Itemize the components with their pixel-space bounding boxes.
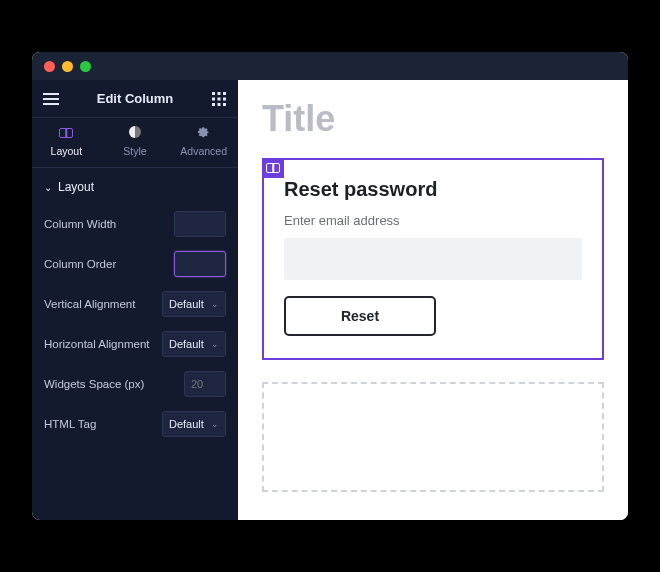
tab-label: Style [123,145,146,157]
svg-rect-1 [218,92,221,95]
form-label: Enter email address [284,213,582,228]
svg-rect-8 [223,103,226,106]
section-layout-header[interactable]: ⌄ Layout [32,168,238,204]
minimize-window-button[interactable] [62,61,73,72]
column-edit-handle[interactable] [262,158,284,178]
svg-rect-6 [212,103,215,106]
field-html-tag: HTML Tag Default ⌄ [32,404,238,444]
widgets-space-input[interactable] [184,371,226,397]
field-widgets-space: Widgets Space (px) [32,364,238,404]
horizontal-alignment-select[interactable]: Default ⌄ [162,331,226,357]
svg-rect-7 [218,103,221,106]
html-tag-select[interactable]: Default ⌄ [162,411,226,437]
app-body: Edit Column Layout Style [32,80,628,520]
chevron-down-icon: ⌄ [211,419,219,429]
column-order-input[interactable] [174,251,226,277]
field-label: Vertical Alignment [44,298,135,310]
select-value: Default [169,418,204,430]
select-value: Default [169,338,204,350]
field-column-order: Column Order [32,244,238,284]
panel-title: Edit Column [60,91,210,106]
tab-label: Advanced [180,145,227,157]
window-titlebar [32,52,628,80]
editor-panel: Edit Column Layout Style [32,80,238,520]
maximize-window-button[interactable] [80,61,91,72]
field-label: Widgets Space (px) [44,378,144,390]
layout-icon [32,124,101,138]
widgets-grid-icon[interactable] [210,90,228,108]
chevron-down-icon: ⌄ [211,299,219,309]
chevron-down-icon: ⌄ [44,182,52,193]
svg-rect-3 [212,97,215,100]
field-horizontal-alignment: Horizontal Alignment Default ⌄ [32,324,238,364]
empty-section-placeholder[interactable] [262,382,604,492]
svg-rect-5 [223,97,226,100]
field-label: Horizontal Alignment [44,338,149,350]
tab-style[interactable]: Style [101,118,170,167]
email-input[interactable] [284,238,582,280]
vertical-alignment-select[interactable]: Default ⌄ [162,291,226,317]
page-title: Title [262,98,604,140]
gear-icon [169,124,238,138]
reset-button[interactable]: Reset [284,296,436,336]
page-canvas: Title Reset password Enter email address… [238,80,628,520]
section-title: Layout [58,180,94,194]
tab-advanced[interactable]: Advanced [169,118,238,167]
svg-rect-2 [223,92,226,95]
hamburger-menu-icon[interactable] [42,90,60,108]
app-window: Edit Column Layout Style [32,52,628,520]
panel-tabs: Layout Style Advanced [32,118,238,168]
panel-header: Edit Column [32,80,238,118]
tab-layout[interactable]: Layout [32,118,101,167]
field-column-width: Column Width [32,204,238,244]
tab-label: Layout [51,145,83,157]
field-label: HTML Tag [44,418,96,430]
style-icon [101,124,170,138]
selected-column[interactable]: Reset password Enter email address Reset [262,158,604,360]
column-width-input[interactable] [174,211,226,237]
close-window-button[interactable] [44,61,55,72]
chevron-down-icon: ⌄ [211,339,219,349]
field-vertical-alignment: Vertical Alignment Default ⌄ [32,284,238,324]
field-label: Column Order [44,258,116,270]
svg-rect-0 [212,92,215,95]
form-heading: Reset password [284,178,582,201]
field-label: Column Width [44,218,116,230]
svg-rect-4 [218,97,221,100]
select-value: Default [169,298,204,310]
column-icon [266,163,280,173]
